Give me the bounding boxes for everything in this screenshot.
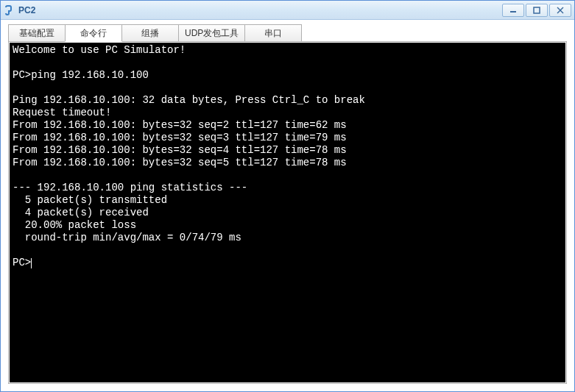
terminal-line: --- 192.168.10.100 ping statistics --- (13, 182, 562, 194)
content-area: 基础配置 命令行 组播 UDP发包工具 串口 Welcome to use PC… (1, 20, 574, 391)
terminal-line: From 192.168.10.100: bytes=32 seq=4 ttl=… (13, 144, 562, 157)
terminal-line (13, 169, 562, 182)
close-icon (557, 7, 564, 14)
terminal-line: PC>ping 192.168.10.100 (13, 69, 562, 82)
terminal-line (13, 244, 562, 257)
terminal-line (13, 57, 562, 69)
terminal-line: 5 packet(s) transmitted (13, 194, 562, 207)
terminal-line (13, 82, 562, 94)
tab-basic-config[interactable]: 基础配置 (8, 24, 66, 42)
terminal-prompt: PC> (13, 257, 31, 268)
app-icon (4, 4, 15, 16)
terminal-prompt-line[interactable]: PC> (13, 257, 562, 269)
terminal-line: 20.00% packet loss (13, 219, 562, 232)
minimize-icon (509, 7, 517, 14)
svg-rect-1 (534, 7, 540, 13)
terminal-cursor (31, 258, 32, 268)
maximize-icon (533, 7, 540, 14)
tabs-row: 基础配置 命令行 组播 UDP发包工具 串口 (8, 24, 567, 42)
terminal-line: From 192.168.10.100: bytes=32 seq=3 ttl=… (13, 132, 562, 144)
tab-udp-tool[interactable]: UDP发包工具 (178, 24, 245, 42)
tab-multicast[interactable]: 组播 (121, 24, 179, 42)
app-window: PC2 基础配置 命令行 组播 UDP发包工具 串口 Welcome to us… (0, 0, 575, 392)
tab-serial[interactable]: 串口 (244, 24, 302, 42)
terminal-line: From 192.168.10.100: bytes=32 seq=2 ttl=… (13, 119, 562, 132)
terminal[interactable]: Welcome to use PC Simulator! PC>ping 192… (10, 43, 565, 382)
tab-command-line[interactable]: 命令行 (65, 24, 122, 42)
close-button[interactable] (549, 4, 571, 17)
titlebar[interactable]: PC2 (1, 1, 574, 20)
window-title: PC2 (18, 5, 501, 15)
window-controls (501, 4, 571, 17)
terminal-line: 4 packet(s) received (13, 207, 562, 219)
terminal-line: Ping 192.168.10.100: 32 data bytes, Pres… (13, 94, 562, 107)
terminal-container: Welcome to use PC Simulator! PC>ping 192… (8, 41, 567, 384)
minimize-button[interactable] (502, 4, 524, 17)
terminal-line: Request timeout! (13, 107, 562, 119)
maximize-button[interactable] (526, 4, 548, 17)
terminal-line: round-trip min/avg/max = 0/74/79 ms (13, 232, 562, 244)
terminal-line: Welcome to use PC Simulator! (13, 44, 562, 57)
terminal-line: From 192.168.10.100: bytes=32 seq=5 ttl=… (13, 157, 562, 169)
